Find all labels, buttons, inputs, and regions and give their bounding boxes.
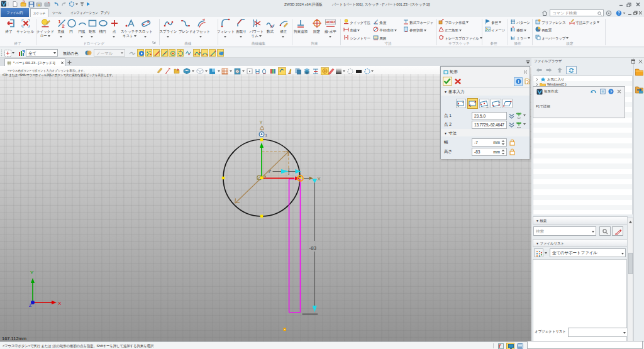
svg-text:1: 1 — [265, 133, 268, 137]
svg-text:167.112mm: 167.112mm — [2, 336, 26, 341]
svg-text:1: 1 — [58, 18, 60, 24]
svg-text:X: X — [318, 176, 321, 182]
svg-text:Y: Y — [30, 270, 34, 275]
svg-text:2: 2 — [487, 105, 489, 108]
svg-text:X: X — [58, 301, 62, 306]
svg-text:1: 1 — [499, 101, 501, 104]
svg-text:x: x — [270, 24, 273, 28]
svg-text:?: ? — [618, 11, 620, 15]
svg-text:-7: -7 — [267, 169, 271, 174]
svg-text:?: ? — [610, 90, 613, 94]
svg-text:2: 2 — [62, 23, 64, 28]
svg-text:HORZ: HORZ — [326, 20, 336, 24]
svg-text:-83: -83 — [309, 245, 317, 251]
svg-text:Y: Y — [260, 119, 263, 125]
svg-text:i: i — [518, 79, 519, 84]
svg-text:2: 2 — [462, 101, 464, 104]
svg-text:Z: Z — [29, 303, 32, 307]
